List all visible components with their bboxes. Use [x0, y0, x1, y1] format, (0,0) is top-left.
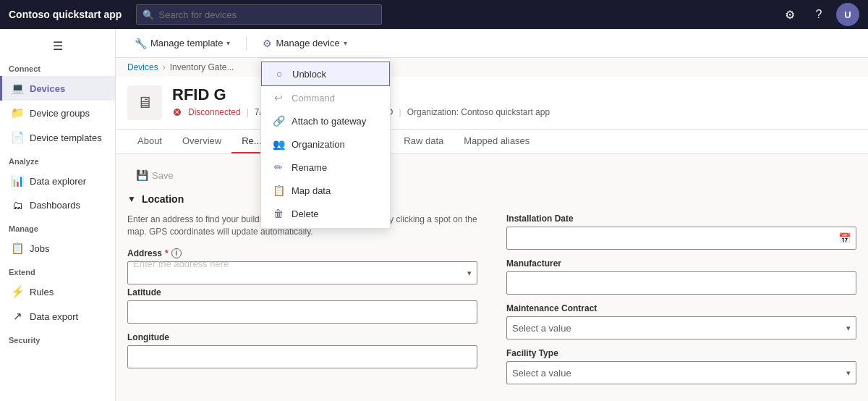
tab-about[interactable]: About	[127, 130, 172, 153]
installation-date-label: Installation Date	[506, 214, 856, 224]
manage-device-button[interactable]: ⚙ Manage device ▾	[255, 34, 354, 53]
two-col-layout: Enter an address to find your building, …	[127, 214, 856, 393]
manage-device-chevron-icon: ▾	[344, 39, 347, 47]
breadcrumb-gateway: Inventory Gate...	[170, 62, 234, 72]
unblock-icon: ○	[273, 68, 285, 80]
main-content: 🔧 Manage template ▾ ⚙ Manage device ▾ ○ …	[116, 29, 868, 401]
dropdown-item-map-data[interactable]: 📋 Map data	[261, 179, 390, 202]
sidebar-item-data-export[interactable]: ↗ Data export	[0, 304, 115, 329]
app-title: Contoso quickstart app	[9, 9, 122, 20]
search-icon: 🔍	[142, 9, 154, 20]
dropdown-item-rename[interactable]: ✏ Rename	[261, 156, 390, 179]
sidebar-item-device-templates-label: Device templates	[30, 132, 102, 143]
section-chevron-icon[interactable]: ▼	[127, 194, 136, 204]
tab-overview[interactable]: Overview	[172, 130, 231, 153]
dropdown-item-delete[interactable]: 🗑 Delete	[261, 202, 390, 225]
longitude-input[interactable]	[127, 345, 477, 368]
dropdown-item-attach-gateway[interactable]: 🔗 Attach to gateway	[261, 109, 390, 132]
device-icon: 🖥	[127, 85, 162, 120]
extend-label: Extend	[0, 261, 115, 279]
hamburger-button[interactable]: ☰	[0, 35, 115, 57]
sidebar-item-data-explorer-label: Data explorer	[30, 176, 86, 187]
attach-gateway-icon: 🔗	[273, 115, 284, 127]
dashboards-icon: 🗂	[11, 199, 24, 211]
analyze-label: Analyze	[0, 150, 115, 169]
manage-template-button[interactable]: 🔧 Manage template ▾	[127, 34, 237, 53]
dropdown-item-attach-gateway-label: Attach to gateway	[292, 116, 366, 127]
device-org: Organization: Contoso quickstart app	[407, 107, 550, 117]
sidebar-item-devices[interactable]: 💻 Devices	[0, 76, 115, 101]
save-button[interactable]: 💾 Save	[127, 166, 182, 185]
sidebar-item-data-export-label: Data export	[30, 311, 78, 322]
address-select[interactable]	[127, 261, 477, 284]
dropdown-item-delete-label: Delete	[292, 208, 319, 219]
rules-icon: ⚡	[11, 285, 24, 298]
dropdown-item-organization[interactable]: 👥 Organization	[261, 132, 390, 156]
manage-label: Manage	[0, 217, 115, 236]
toolbar: 🔧 Manage template ▾ ⚙ Manage device ▾ ○ …	[116, 29, 868, 58]
device-templates-icon: 📄	[11, 131, 24, 144]
breadcrumb-devices-link[interactable]: Devices	[127, 62, 158, 72]
toolbar-divider	[246, 36, 247, 51]
tab-mapped-aliases[interactable]: Mapped aliases	[454, 130, 540, 153]
sidebar-item-device-templates[interactable]: 📄 Device templates	[0, 125, 115, 150]
search-input[interactable]	[158, 9, 375, 20]
jobs-icon: 📋	[11, 242, 24, 255]
sidebar: ☰ Connect 💻 Devices 📁 Device groups 📄 De…	[0, 29, 116, 401]
maintenance-contract-label: Maintenance Contract	[506, 303, 856, 313]
settings-button[interactable]: ⚙	[778, 3, 801, 26]
facility-type-wrapper: Select a value ▾	[506, 361, 856, 384]
facility-type-select[interactable]	[506, 361, 856, 384]
manage-device-dropdown: ○ Unblock ↩ Command 🔗 Attach to gateway …	[260, 58, 391, 229]
manufacturer-input[interactable]	[506, 271, 856, 295]
sidebar-item-jobs[interactable]: 📋 Jobs	[0, 236, 115, 261]
address-label: Address * i	[127, 248, 477, 258]
tab-raw-data[interactable]: Raw data	[393, 130, 454, 153]
latitude-input[interactable]	[127, 300, 477, 324]
manage-template-label: Manage template	[150, 38, 223, 48]
search-box[interactable]: 🔍	[136, 4, 382, 25]
info-icon[interactable]: i	[171, 248, 182, 258]
topbar-icons: ⚙ ? U	[778, 3, 859, 26]
dropdown-item-organization-label: Organization	[292, 139, 345, 150]
dropdown-item-command: ↩ Command	[261, 86, 390, 109]
col-right: Installation Date 📅 Manufacturer Mainten…	[506, 214, 856, 393]
location-section-title: Location	[142, 193, 184, 205]
manufacturer-label: Manufacturer	[506, 258, 856, 269]
status-dot: ✕	[172, 107, 182, 117]
sidebar-item-jobs-label: Jobs	[30, 243, 49, 254]
dropdown-item-map-data-label: Map data	[292, 185, 331, 196]
layout: ☰ Connect 💻 Devices 📁 Device groups 📄 De…	[0, 29, 868, 401]
security-label: Security	[0, 329, 115, 347]
sidebar-item-rules[interactable]: ⚡ Rules	[0, 279, 115, 304]
rename-icon: ✏	[273, 161, 284, 173]
sidebar-item-device-groups[interactable]: 📁 Device groups	[0, 101, 115, 125]
save-label: Save	[152, 170, 174, 181]
status-separator: |	[247, 107, 249, 117]
dropdown-item-unblock[interactable]: ○ Unblock	[261, 62, 390, 86]
delete-icon: 🗑	[273, 208, 284, 219]
command-icon: ↩	[273, 92, 284, 104]
map-data-icon: 📋	[273, 185, 284, 196]
sidebar-item-dashboards[interactable]: 🗂 Dashboards	[0, 193, 115, 217]
sidebar-item-data-explorer[interactable]: 📊 Data explorer	[0, 169, 115, 193]
manage-device-icon: ⚙	[263, 38, 272, 49]
maintenance-contract-select[interactable]	[506, 316, 856, 339]
avatar[interactable]: U	[836, 3, 859, 26]
section-header-location: ▼ Location	[127, 193, 856, 205]
manage-template-chevron-icon: ▾	[226, 39, 230, 47]
manage-template-icon: 🔧	[135, 38, 147, 49]
dropdown-item-command-label: Command	[292, 93, 335, 104]
col-left: Enter an address to find your building, …	[127, 214, 477, 393]
topbar: Contoso quickstart app 🔍 ⚙ ? U	[0, 0, 868, 29]
help-button[interactable]: ?	[807, 3, 830, 26]
device-status: Disconnected	[188, 107, 241, 117]
facility-type-label: Facility Type	[506, 348, 856, 358]
maintenance-contract-wrapper: Select a value ▾	[506, 316, 856, 339]
save-icon: 💾	[136, 169, 148, 181]
required-star: *	[165, 248, 169, 258]
installation-date-input[interactable]	[506, 227, 856, 250]
dropdown-item-unblock-label: Unblock	[292, 69, 326, 80]
calendar-icon[interactable]: 📅	[838, 232, 851, 244]
breadcrumb-separator: ›	[163, 62, 166, 72]
